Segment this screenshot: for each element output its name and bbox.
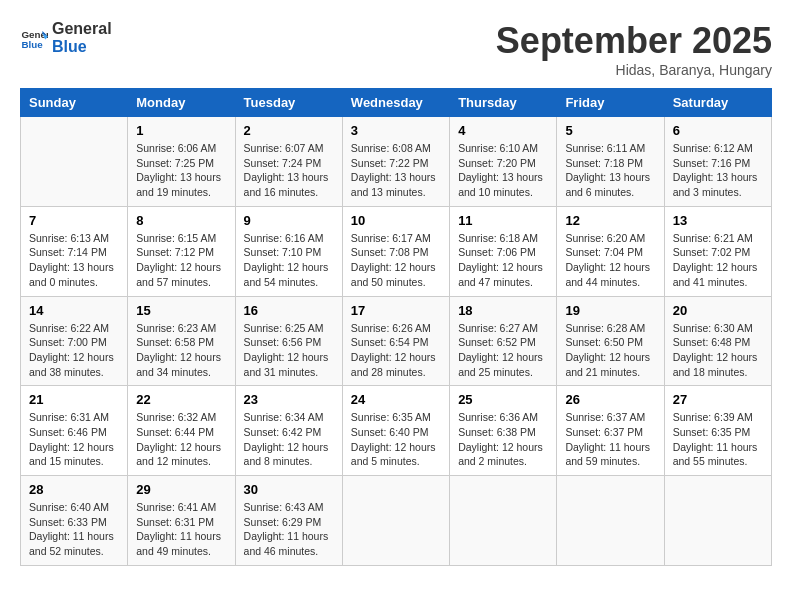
day-number: 25: [458, 392, 548, 407]
month-title: September 2025: [496, 20, 772, 62]
calendar-cell: 17Sunrise: 6:26 AMSunset: 6:54 PMDayligh…: [342, 296, 449, 386]
day-number: 19: [565, 303, 655, 318]
weekday-monday: Monday: [128, 89, 235, 117]
day-number: 21: [29, 392, 119, 407]
day-number: 29: [136, 482, 226, 497]
logo: General Blue General Blue: [20, 20, 112, 55]
calendar-cell: 27Sunrise: 6:39 AMSunset: 6:35 PMDayligh…: [664, 386, 771, 476]
weekday-sunday: Sunday: [21, 89, 128, 117]
calendar-cell: 21Sunrise: 6:31 AMSunset: 6:46 PMDayligh…: [21, 386, 128, 476]
logo-blue: Blue: [52, 38, 112, 56]
calendar-cell: 11Sunrise: 6:18 AMSunset: 7:06 PMDayligh…: [450, 206, 557, 296]
day-number: 4: [458, 123, 548, 138]
calendar-week-3: 14Sunrise: 6:22 AMSunset: 7:00 PMDayligh…: [21, 296, 772, 386]
day-number: 17: [351, 303, 441, 318]
calendar-cell: 22Sunrise: 6:32 AMSunset: 6:44 PMDayligh…: [128, 386, 235, 476]
day-info: Sunrise: 6:22 AMSunset: 7:00 PMDaylight:…: [29, 321, 119, 380]
day-number: 16: [244, 303, 334, 318]
calendar-cell: 26Sunrise: 6:37 AMSunset: 6:37 PMDayligh…: [557, 386, 664, 476]
calendar-cell: 14Sunrise: 6:22 AMSunset: 7:00 PMDayligh…: [21, 296, 128, 386]
day-number: 12: [565, 213, 655, 228]
weekday-tuesday: Tuesday: [235, 89, 342, 117]
day-info: Sunrise: 6:28 AMSunset: 6:50 PMDaylight:…: [565, 321, 655, 380]
day-number: 18: [458, 303, 548, 318]
day-info: Sunrise: 6:37 AMSunset: 6:37 PMDaylight:…: [565, 410, 655, 469]
calendar-cell: 12Sunrise: 6:20 AMSunset: 7:04 PMDayligh…: [557, 206, 664, 296]
day-number: 28: [29, 482, 119, 497]
calendar-cell: 2Sunrise: 6:07 AMSunset: 7:24 PMDaylight…: [235, 117, 342, 207]
calendar-cell: 18Sunrise: 6:27 AMSunset: 6:52 PMDayligh…: [450, 296, 557, 386]
day-number: 24: [351, 392, 441, 407]
day-number: 2: [244, 123, 334, 138]
day-number: 22: [136, 392, 226, 407]
day-number: 26: [565, 392, 655, 407]
calendar-week-4: 21Sunrise: 6:31 AMSunset: 6:46 PMDayligh…: [21, 386, 772, 476]
day-info: Sunrise: 6:34 AMSunset: 6:42 PMDaylight:…: [244, 410, 334, 469]
calendar-cell: 5Sunrise: 6:11 AMSunset: 7:18 PMDaylight…: [557, 117, 664, 207]
day-number: 20: [673, 303, 763, 318]
day-info: Sunrise: 6:23 AMSunset: 6:58 PMDaylight:…: [136, 321, 226, 380]
day-info: Sunrise: 6:11 AMSunset: 7:18 PMDaylight:…: [565, 141, 655, 200]
calendar-cell: 28Sunrise: 6:40 AMSunset: 6:33 PMDayligh…: [21, 476, 128, 566]
calendar-cell: 20Sunrise: 6:30 AMSunset: 6:48 PMDayligh…: [664, 296, 771, 386]
calendar-cell: 3Sunrise: 6:08 AMSunset: 7:22 PMDaylight…: [342, 117, 449, 207]
calendar-cell: 30Sunrise: 6:43 AMSunset: 6:29 PMDayligh…: [235, 476, 342, 566]
calendar-week-1: 1Sunrise: 6:06 AMSunset: 7:25 PMDaylight…: [21, 117, 772, 207]
day-info: Sunrise: 6:30 AMSunset: 6:48 PMDaylight:…: [673, 321, 763, 380]
logo-icon: General Blue: [20, 24, 48, 52]
day-number: 30: [244, 482, 334, 497]
day-number: 23: [244, 392, 334, 407]
day-info: Sunrise: 6:18 AMSunset: 7:06 PMDaylight:…: [458, 231, 548, 290]
calendar-cell: 7Sunrise: 6:13 AMSunset: 7:14 PMDaylight…: [21, 206, 128, 296]
day-info: Sunrise: 6:43 AMSunset: 6:29 PMDaylight:…: [244, 500, 334, 559]
day-info: Sunrise: 6:16 AMSunset: 7:10 PMDaylight:…: [244, 231, 334, 290]
day-info: Sunrise: 6:13 AMSunset: 7:14 PMDaylight:…: [29, 231, 119, 290]
day-number: 13: [673, 213, 763, 228]
calendar-body: 1Sunrise: 6:06 AMSunset: 7:25 PMDaylight…: [21, 117, 772, 566]
day-info: Sunrise: 6:15 AMSunset: 7:12 PMDaylight:…: [136, 231, 226, 290]
calendar-cell: 4Sunrise: 6:10 AMSunset: 7:20 PMDaylight…: [450, 117, 557, 207]
page-header: General Blue General Blue September 2025…: [20, 20, 772, 78]
weekday-friday: Friday: [557, 89, 664, 117]
day-info: Sunrise: 6:17 AMSunset: 7:08 PMDaylight:…: [351, 231, 441, 290]
day-number: 14: [29, 303, 119, 318]
day-info: Sunrise: 6:35 AMSunset: 6:40 PMDaylight:…: [351, 410, 441, 469]
calendar-cell: 8Sunrise: 6:15 AMSunset: 7:12 PMDaylight…: [128, 206, 235, 296]
calendar-cell: 1Sunrise: 6:06 AMSunset: 7:25 PMDaylight…: [128, 117, 235, 207]
svg-text:Blue: Blue: [21, 38, 43, 49]
weekday-wednesday: Wednesday: [342, 89, 449, 117]
day-number: 27: [673, 392, 763, 407]
day-info: Sunrise: 6:27 AMSunset: 6:52 PMDaylight:…: [458, 321, 548, 380]
day-number: 8: [136, 213, 226, 228]
weekday-thursday: Thursday: [450, 89, 557, 117]
day-number: 1: [136, 123, 226, 138]
day-info: Sunrise: 6:21 AMSunset: 7:02 PMDaylight:…: [673, 231, 763, 290]
day-info: Sunrise: 6:20 AMSunset: 7:04 PMDaylight:…: [565, 231, 655, 290]
day-number: 6: [673, 123, 763, 138]
calendar-cell: 29Sunrise: 6:41 AMSunset: 6:31 PMDayligh…: [128, 476, 235, 566]
day-info: Sunrise: 6:32 AMSunset: 6:44 PMDaylight:…: [136, 410, 226, 469]
title-block: September 2025 Hidas, Baranya, Hungary: [496, 20, 772, 78]
calendar-cell: 15Sunrise: 6:23 AMSunset: 6:58 PMDayligh…: [128, 296, 235, 386]
day-number: 5: [565, 123, 655, 138]
weekday-saturday: Saturday: [664, 89, 771, 117]
weekday-header-row: SundayMondayTuesdayWednesdayThursdayFrid…: [21, 89, 772, 117]
day-info: Sunrise: 6:36 AMSunset: 6:38 PMDaylight:…: [458, 410, 548, 469]
calendar-cell: 24Sunrise: 6:35 AMSunset: 6:40 PMDayligh…: [342, 386, 449, 476]
day-info: Sunrise: 6:25 AMSunset: 6:56 PMDaylight:…: [244, 321, 334, 380]
calendar-cell: [664, 476, 771, 566]
day-info: Sunrise: 6:26 AMSunset: 6:54 PMDaylight:…: [351, 321, 441, 380]
calendar-cell: 9Sunrise: 6:16 AMSunset: 7:10 PMDaylight…: [235, 206, 342, 296]
day-number: 9: [244, 213, 334, 228]
day-number: 10: [351, 213, 441, 228]
location-subtitle: Hidas, Baranya, Hungary: [496, 62, 772, 78]
calendar-header: SundayMondayTuesdayWednesdayThursdayFrid…: [21, 89, 772, 117]
calendar-cell: [342, 476, 449, 566]
calendar-cell: 6Sunrise: 6:12 AMSunset: 7:16 PMDaylight…: [664, 117, 771, 207]
day-number: 11: [458, 213, 548, 228]
calendar-cell: 19Sunrise: 6:28 AMSunset: 6:50 PMDayligh…: [557, 296, 664, 386]
day-info: Sunrise: 6:40 AMSunset: 6:33 PMDaylight:…: [29, 500, 119, 559]
calendar-week-5: 28Sunrise: 6:40 AMSunset: 6:33 PMDayligh…: [21, 476, 772, 566]
day-number: 15: [136, 303, 226, 318]
day-info: Sunrise: 6:06 AMSunset: 7:25 PMDaylight:…: [136, 141, 226, 200]
